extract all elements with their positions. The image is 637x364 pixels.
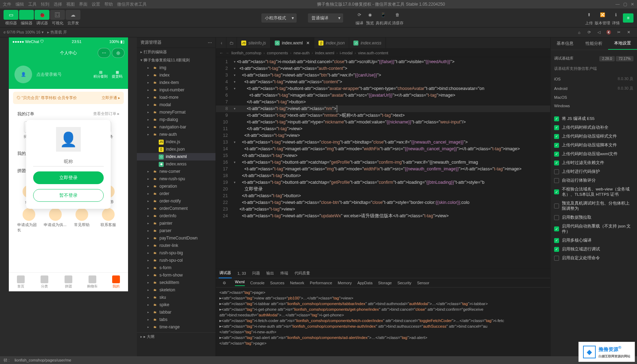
file-painter[interactable]: 🖿painter [137, 220, 216, 227]
cut-icon[interactable]: ✂ [614, 28, 624, 37]
file-img[interactable]: 🖿img [137, 64, 216, 72]
menu-帮助[interactable]: 帮助 [104, 1, 113, 7]
avatar-placeholder[interactable]: 👤 [56, 127, 81, 152]
inspect-icon[interactable]: ⯐ [219, 278, 229, 288]
file-new-auth[interactable]: 🖿new-auth [137, 131, 216, 138]
mute-icon[interactable]: 🔇 [604, 28, 614, 37]
file-new-rush-spu[interactable]: 🖿new-rush-spu [137, 175, 216, 183]
minimize-icon[interactable]: — [615, 2, 620, 7]
toolbar: ▭模拟器编辑器🐞调试器⿴可视化☁云开发 小程序模式 普通编译 ⟳编译◉预览📱真机… [0, 8, 637, 28]
breadcrumb: ← → lionfish_comshop›components›new-auth… [216, 49, 550, 57]
titlebar: 文件编辑工具转到选择视图界面设置帮助微信开发者工具 狮子鱼独立版17.8.0修复… [0, 0, 637, 8]
menu-工具[interactable]: 工具 [28, 1, 37, 7]
file-rush-spu-big[interactable]: 🖿rush-spu-big [137, 249, 216, 257]
file-s-form[interactable]: 🖿s-form [137, 264, 216, 272]
split-icon[interactable]: ⫞ [216, 37, 226, 48]
hotreload-toggle[interactable]: ▸ 热重载 开 [47, 30, 67, 35]
file-spike[interactable]: 🖿spike [137, 301, 216, 309]
action-编译[interactable]: ⟳ [354, 10, 364, 20]
close-tab-icon[interactable]: ✕ [306, 41, 310, 46]
device-selector[interactable]: e 6/7/8 Plus 100% 16 ▾ [4, 30, 44, 35]
file-moneyFormat[interactable]: 🖿moneyFormat [137, 109, 216, 116]
file-seckillItem[interactable]: 🖿seckillItem [137, 279, 216, 286]
explorer-icon[interactable]: 🗀 [226, 37, 237, 48]
file-s-form-show[interactable]: 🖿s-form-show [137, 272, 216, 279]
tab-index.wxml[interactable]: ◇index.wxml✕ [271, 37, 314, 48]
tab-siteinfo.js[interactable]: JSsiteinfo.js [237, 37, 271, 48]
right-上传[interactable]: ⬆ [584, 10, 594, 20]
file-router-link[interactable]: 🖿router-link [137, 242, 216, 249]
menu-选择[interactable]: 选择 [54, 1, 62, 7]
right-详情[interactable]: ℹ [611, 10, 621, 20]
menu-微信开发者工具[interactable]: 微信开发者工具 [117, 1, 147, 7]
file-index.json[interactable]: {}index.json [137, 146, 216, 153]
compile-dropdown[interactable]: 普通编译 [308, 13, 343, 23]
project-root-section[interactable]: 狮子鱼修复前端11.8新规则 [137, 56, 216, 64]
file-new-comer[interactable]: 🖿new-comer [137, 168, 216, 175]
editor-area: ⫞ 🗀 JSsiteinfo.js◇index.wxml✕{}index.jso… [216, 37, 550, 356]
menu-设置[interactable]: 设置 [92, 1, 100, 7]
tab-index.json[interactable]: {}index.json [314, 37, 349, 48]
file-rush-spu-col[interactable]: 🖿rush-spu-col [137, 257, 216, 264]
tb-可视化[interactable]: ⿴ [50, 10, 65, 20]
file-order[interactable]: 🖿order [137, 190, 216, 198]
action-预览[interactable]: ◉ [365, 10, 375, 20]
menu-button[interactable]: ≡ [623, 13, 633, 23]
file-parser[interactable]: 🖿parser [137, 227, 216, 235]
current-path[interactable]: lionfish_comshop/pages/user/me [14, 358, 71, 362]
file-tabbar[interactable]: 🖿tabbar [137, 309, 216, 316]
file-modal[interactable]: 🖿modal [137, 101, 216, 109]
nav-back-icon[interactable]: ← [219, 51, 223, 55]
tab-index.wxss[interactable]: ◇index.wxss [349, 37, 386, 48]
watermark: ◆ 撸撸资源® 白嫖互联网资源的网站 [578, 342, 635, 362]
file-orderInfo[interactable]: 🖿orderInfo [137, 212, 216, 220]
action-真机调试[interactable]: 📱 [378, 10, 388, 20]
menu-文件[interactable]: 文件 [3, 1, 11, 7]
file-skeleton[interactable]: 🖿skeleton [137, 286, 216, 294]
statusbar: 径 : lionfish_comshop/pages/user/me [0, 356, 637, 364]
login-button[interactable]: 立即登录 [33, 171, 104, 184]
simulator-panel: ●●●●● WeChat ⛉ 23:51 100% ▮▯ 个人中心 ⋯ ◎ 👤 … [0, 37, 137, 356]
file-payTimeCountDown[interactable]: 🖿payTimeCountDown [137, 235, 216, 242]
file-orderComment[interactable]: 🖿orderComment [137, 205, 216, 212]
mode-dropdown[interactable]: 小程序模式 [261, 13, 297, 23]
tb-模拟器[interactable]: ▭ [4, 10, 18, 20]
rotate-icon[interactable]: ⟳ [584, 28, 594, 37]
code-editor[interactable]: 1▾<t-attr">class="t-tag">i-modal t-attr"… [216, 57, 550, 268]
file-index[interactable]: 🖿index [137, 72, 216, 79]
file-mp-dialog[interactable]: 🖿mp-dialog [137, 116, 216, 123]
menu-编辑[interactable]: 编辑 [16, 1, 24, 7]
home-icon[interactable]: ⌂ [574, 28, 584, 37]
cancel-button[interactable]: 暂不登录 [33, 189, 104, 202]
close-sim-icon[interactable]: ✕ [624, 28, 633, 37]
file-sku[interactable]: 🖿sku [137, 294, 216, 301]
file-operation[interactable]: 🖿operation [137, 183, 216, 190]
file-order-notify[interactable]: 🖿order-notify [137, 198, 216, 205]
action-清缓存[interactable]: 🗑 [393, 10, 402, 20]
maximize-icon[interactable]: ▢ [623, 2, 627, 7]
more-icon[interactable]: ⋯ [208, 40, 212, 45]
file-index.wxml[interactable]: ◇index.wxml [137, 153, 216, 160]
back-icon[interactable]: ◁ [594, 28, 604, 37]
menu-视图[interactable]: 视图 [66, 1, 75, 7]
file-input-number[interactable]: 🖿input-number [137, 86, 216, 94]
right-版本管理[interactable]: 🔀 [597, 10, 607, 20]
file-explorer: 资源管理器 ⋯ 打开的编辑器 狮子鱼修复前端11.8新规则 🖿img🖿index… [137, 37, 216, 356]
open-editors-section[interactable]: 打开的编辑器 [137, 48, 216, 56]
menu-界面[interactable]: 界面 [79, 1, 87, 7]
tb-编辑器[interactable] [19, 10, 34, 20]
file-index.js[interactable]: JSindex.js [137, 138, 216, 146]
tb-云开发[interactable]: ☁ [66, 10, 80, 20]
file-index-item[interactable]: 🖿index-item [137, 79, 216, 86]
nav-fwd-icon[interactable]: → [225, 51, 229, 55]
menu-转到[interactable]: 转到 [41, 1, 49, 7]
nickname-input[interactable] [33, 157, 104, 166]
tb-调试器[interactable]: 🐞 [35, 10, 49, 20]
file-navigation-bar[interactable]: 🖿navigation-bar [137, 123, 216, 131]
close-icon[interactable]: ✕ [631, 2, 634, 7]
file-time-range[interactable]: 🖿time-range [137, 323, 216, 331]
file-index.wxss[interactable]: ◆index.wxss [137, 160, 216, 168]
file-tabs[interactable]: 🖿tabs [137, 316, 216, 323]
editor-tabs: ⫞ 🗀 JSsiteinfo.js◇index.wxml✕{}index.jso… [216, 37, 550, 49]
file-load-more[interactable]: 🖿load-more [137, 94, 216, 101]
